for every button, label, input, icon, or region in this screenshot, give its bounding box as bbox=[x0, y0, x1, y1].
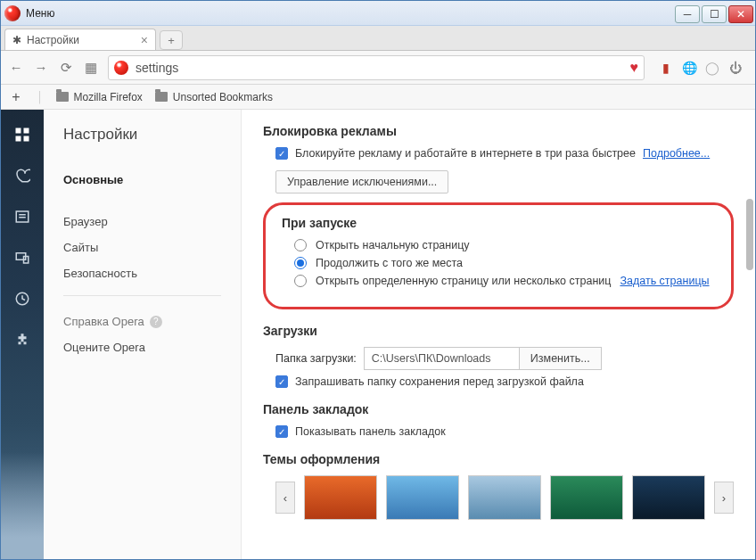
rail-news-icon[interactable] bbox=[13, 208, 31, 226]
svg-rect-3 bbox=[24, 136, 29, 142]
theme-thumbnail[interactable] bbox=[468, 475, 541, 520]
tab-close-icon[interactable]: × bbox=[141, 33, 148, 47]
adblock-checkbox-label: Блокируйте рекламу и работайте в интерне… bbox=[295, 147, 636, 160]
startup-option-label: Продолжить с того же места bbox=[316, 257, 463, 269]
settings-sidebar: Настройки Основные Браузер Сайты Безопас… bbox=[44, 110, 242, 559]
theme-thumbnail[interactable] bbox=[632, 475, 705, 520]
window-titlebar: Меню ─ ☐ ✕ bbox=[1, 1, 755, 26]
bookmark-item[interactable]: Mozilla Firefox bbox=[56, 91, 143, 103]
bookmarks-bar: + │ Mozilla Firefox Unsorted Bookmarks bbox=[1, 85, 755, 110]
downloads-ask-checkbox[interactable]: ✓ bbox=[275, 375, 288, 388]
sidebar-item-browser[interactable]: Браузер bbox=[63, 209, 221, 235]
downloads-ask-label: Запрашивать папку сохранения перед загру… bbox=[295, 375, 584, 388]
tab-title: Настройки bbox=[27, 34, 79, 46]
forward-button[interactable]: → bbox=[33, 60, 49, 76]
svg-rect-0 bbox=[16, 128, 21, 134]
extension-icon-power[interactable]: ⏻ bbox=[728, 61, 743, 75]
bookmark-item[interactable]: Unsorted Bookmarks bbox=[155, 91, 273, 103]
section-themes-title: Темы оформления bbox=[263, 452, 734, 466]
extension-icon-globe[interactable]: 🌐 bbox=[682, 61, 696, 75]
theme-thumbnail[interactable] bbox=[304, 475, 377, 520]
rail-sync-icon[interactable] bbox=[13, 249, 31, 267]
section-startup-title: При запуске bbox=[282, 216, 715, 230]
settings-content: Блокировка рекламы ✓ Блокируйте рекламу … bbox=[242, 110, 755, 559]
heart-icon[interactable]: ♥ bbox=[630, 60, 639, 76]
section-bookmarks-panel-title: Панель закладок bbox=[263, 402, 734, 416]
section-downloads-title: Загрузки bbox=[263, 324, 734, 338]
rail-bookmarks-icon[interactable] bbox=[13, 167, 31, 185]
maximize-button[interactable]: ☐ bbox=[702, 5, 727, 23]
gear-icon: ✱ bbox=[12, 34, 21, 46]
sidebar-item-security[interactable]: Безопасность bbox=[63, 260, 221, 286]
help-icon: ? bbox=[150, 316, 162, 328]
svg-rect-1 bbox=[24, 128, 29, 134]
rail-speed-dial-icon[interactable] bbox=[13, 126, 31, 144]
scrollbar-thumb[interactable] bbox=[746, 199, 753, 270]
startup-section: При запуске Открыть начальную страницу П… bbox=[263, 202, 734, 309]
reload-button[interactable]: ⟳ bbox=[58, 60, 74, 76]
address-bar[interactable]: ♥ bbox=[108, 55, 645, 80]
extension-icon-1[interactable]: ▮ bbox=[659, 61, 673, 75]
bookmarks-panel-checkbox[interactable]: ✓ bbox=[275, 425, 288, 438]
tab-settings[interactable]: ✱ Настройки × bbox=[4, 29, 156, 50]
downloads-change-button[interactable]: Изменить... bbox=[520, 347, 602, 370]
startup-set-pages-link[interactable]: Задать страницы bbox=[620, 275, 709, 287]
startup-option-label: Открыть начальную страницу bbox=[316, 239, 470, 251]
sidebar-item-sites[interactable]: Сайты bbox=[63, 235, 221, 260]
minimize-button[interactable]: ─ bbox=[675, 5, 700, 23]
adblock-more-link[interactable]: Подробнее... bbox=[643, 147, 710, 160]
settings-heading: Настройки bbox=[63, 126, 221, 144]
sidebar-item-help[interactable]: Справка Opera ? bbox=[63, 309, 221, 334]
side-rail bbox=[1, 110, 44, 559]
downloads-path-label: Папка загрузки: bbox=[275, 352, 357, 365]
rail-extensions-icon[interactable] bbox=[13, 331, 31, 349]
add-bookmark-button[interactable]: + bbox=[8, 89, 24, 105]
startup-radio-homepage[interactable] bbox=[294, 239, 307, 251]
theme-thumbnail[interactable] bbox=[550, 475, 623, 520]
adblock-exceptions-button[interactable]: Управление исключениями... bbox=[275, 170, 448, 194]
sidebar-item-basic[interactable]: Основные bbox=[63, 167, 221, 193]
section-adblock-title: Блокировка рекламы bbox=[263, 124, 734, 138]
rail-history-icon[interactable] bbox=[13, 290, 31, 308]
close-button[interactable]: ✕ bbox=[728, 5, 753, 23]
svg-rect-2 bbox=[16, 136, 21, 142]
menu-button[interactable]: Меню bbox=[26, 7, 54, 20]
extension-icon-shield[interactable]: ◯ bbox=[705, 61, 719, 75]
adblock-checkbox[interactable]: ✓ bbox=[275, 147, 288, 160]
themes-next-button[interactable]: › bbox=[714, 482, 734, 514]
back-button[interactable]: ← bbox=[8, 60, 24, 76]
navigation-toolbar: ← → ⟳ ▦ ♥ ▮ 🌐 ◯ ⏻ bbox=[1, 51, 755, 85]
tab-strip: ✱ Настройки × + bbox=[1, 26, 755, 51]
opera-logo-icon bbox=[4, 5, 21, 21]
themes-prev-button[interactable]: ‹ bbox=[275, 482, 295, 514]
startup-option-label: Открыть определенную страницу или нескол… bbox=[316, 275, 611, 287]
startup-radio-continue[interactable] bbox=[294, 257, 307, 269]
speed-dial-button[interactable]: ▦ bbox=[83, 60, 99, 76]
bookmarks-panel-label: Показывать панель закладок bbox=[295, 425, 446, 438]
sidebar-item-rate[interactable]: Оцените Opera bbox=[63, 334, 221, 360]
startup-radio-specific[interactable] bbox=[294, 275, 307, 287]
url-input[interactable] bbox=[136, 61, 623, 75]
folder-icon bbox=[56, 92, 69, 102]
new-tab-button[interactable]: + bbox=[160, 30, 183, 50]
downloads-path-input[interactable] bbox=[364, 347, 520, 370]
folder-icon bbox=[155, 92, 168, 102]
opera-icon bbox=[114, 61, 128, 75]
theme-thumbnail[interactable] bbox=[386, 475, 459, 520]
